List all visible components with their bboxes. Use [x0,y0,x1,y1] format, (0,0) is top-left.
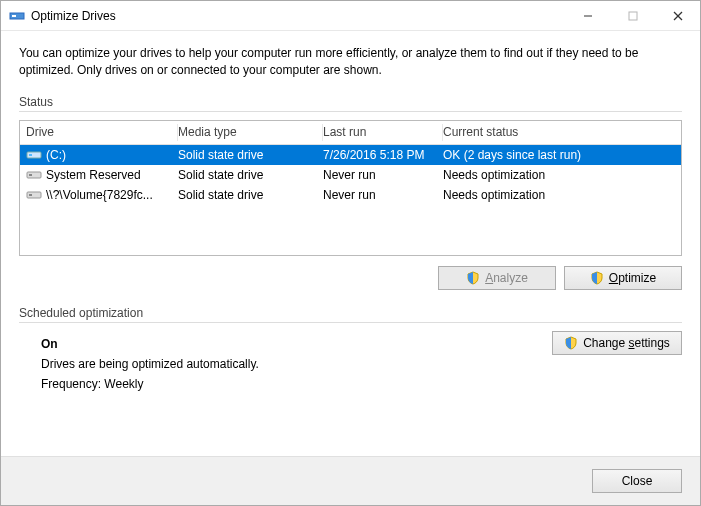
optimize-button[interactable]: OOptimizeptimize [564,266,682,290]
analyze-label: AAnalyzenalyze [485,271,528,285]
divider [19,322,682,323]
list-header: Drive Media type Last run Current status [20,121,681,145]
close-button[interactable]: Close [592,469,682,493]
scheduled-block: On Drives are being optimized automatica… [19,331,682,397]
media-type: Solid state drive [178,168,323,182]
svg-rect-11 [29,194,32,196]
optimize-drives-window: Optimize Drives You can optimize your dr… [0,0,701,506]
media-type: Solid state drive [178,188,323,202]
scheduled-freq: Frequency: Weekly [41,377,676,391]
app-icon [9,8,25,24]
optimize-label: OOptimizeptimize [609,271,656,285]
divider [19,111,682,112]
drives-list[interactable]: Drive Media type Last run Current status… [19,120,682,256]
col-last-header[interactable]: Last run [323,124,443,141]
table-row[interactable]: (C:) Solid state drive 7/26/2016 5:18 PM… [20,145,681,165]
content-area: You can optimize your drives to help you… [1,31,700,456]
current-status: Needs optimization [443,188,681,202]
change-settings-button[interactable]: Change sChange settingsettings [552,331,682,355]
shield-icon [564,336,578,350]
col-media-header[interactable]: Media type [178,124,323,141]
drive-icon [26,149,42,161]
titlebar: Optimize Drives [1,1,700,31]
minimize-button[interactable] [565,1,610,30]
scheduled-desc: Drives are being optimized automatically… [41,357,676,371]
last-run: Never run [323,168,443,182]
change-settings-label: Change sChange settingsettings [583,336,670,350]
intro-text: You can optimize your drives to help you… [19,45,682,79]
footer: Close [1,456,700,505]
action-buttons: AAnalyzenalyze OOptimizeptimize [19,256,682,306]
drive-name: (C:) [46,148,66,162]
maximize-button[interactable] [610,1,655,30]
current-status: OK (2 days since last run) [443,148,681,162]
table-row[interactable]: System Reserved Solid state drive Never … [20,165,681,185]
last-run: Never run [323,188,443,202]
current-status: Needs optimization [443,168,681,182]
shield-icon [466,271,480,285]
svg-rect-9 [29,174,32,176]
window-title: Optimize Drives [31,9,565,23]
scheduled-label: Scheduled optimization [19,306,682,320]
last-run: 7/26/2016 5:18 PM [323,148,443,162]
svg-rect-7 [29,154,32,156]
shield-icon [590,271,604,285]
close-window-button[interactable] [655,1,700,30]
drive-icon [26,169,42,181]
status-label: Status [19,95,682,109]
drive-name: System Reserved [46,168,141,182]
svg-rect-1 [12,15,16,17]
col-status-header[interactable]: Current status [443,125,681,139]
drive-icon [26,189,42,201]
media-type: Solid state drive [178,148,323,162]
col-drive-header[interactable]: Drive [20,124,178,141]
analyze-button[interactable]: AAnalyzenalyze [438,266,556,290]
table-row[interactable]: \\?\Volume{7829fc... Solid state drive N… [20,185,681,205]
drive-name: \\?\Volume{7829fc... [46,188,153,202]
window-controls [565,1,700,30]
svg-rect-3 [629,12,637,20]
